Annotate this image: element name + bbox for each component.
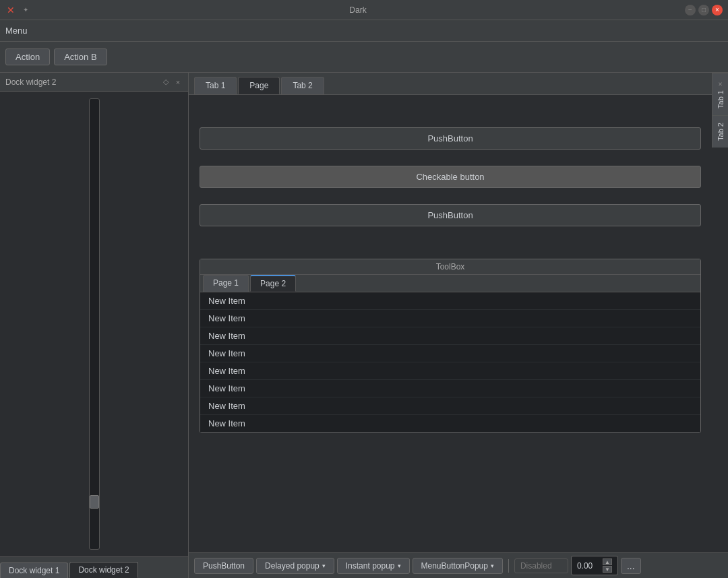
dock-header: Dock widget 2 ◇ × bbox=[0, 73, 188, 92]
spin-down-button[interactable]: ▼ bbox=[603, 566, 612, 573]
delayed-popup-label: Delayed popup bbox=[265, 561, 320, 571]
left-dock: Dock widget 2 ◇ × Dock widget 1 Dock wid… bbox=[0, 73, 189, 578]
bottom-dock-tabs: Dock widget 1 Dock widget 2 bbox=[0, 556, 188, 578]
action-button-1[interactable]: Action bbox=[5, 49, 50, 65]
list-item[interactable]: New Item bbox=[200, 415, 700, 432]
dock-title: Dock widget 2 bbox=[5, 77, 56, 87]
action-toolbar: Action Action B bbox=[0, 42, 728, 73]
list-item[interactable]: New Item bbox=[200, 310, 700, 327]
menu-button-popup[interactable]: MenuButtonPopup ▾ bbox=[413, 558, 503, 574]
toolbox-tab-page2[interactable]: Page 2 bbox=[250, 275, 296, 292]
app-icon: ✕ bbox=[5, 5, 16, 15]
spin-up-button[interactable]: ▲ bbox=[603, 558, 612, 565]
dock-close-icon[interactable]: × bbox=[173, 77, 183, 87]
tab-2[interactable]: Tab 2 bbox=[281, 77, 324, 94]
menu-label: Menu bbox=[5, 26, 28, 36]
list-item[interactable]: New Item bbox=[200, 362, 700, 380]
maximize-button[interactable]: □ bbox=[698, 5, 709, 15]
number-value[interactable]: 0.00 bbox=[577, 561, 603, 571]
spin-controls: ▲ ▼ bbox=[603, 558, 612, 573]
side-tab-1-label: Tab 1 bbox=[717, 90, 725, 108]
toolbar-separator bbox=[508, 559, 509, 573]
tab-bar: Tab 1 Page Tab 2 bbox=[189, 73, 728, 95]
tab-page[interactable]: Page bbox=[238, 77, 280, 94]
list-item[interactable]: New Item bbox=[200, 345, 700, 362]
slider-track[interactable] bbox=[89, 98, 100, 550]
menu-button-popup-label: MenuButtonPopup bbox=[421, 561, 488, 571]
title-bar: ✕ ✦ Dark − □ × bbox=[0, 0, 728, 20]
window-title: Dark bbox=[349, 5, 366, 15]
push-button-toolbar[interactable]: PushButton bbox=[194, 558, 253, 574]
tab-1[interactable]: Tab 1 bbox=[194, 77, 237, 94]
checkable-button[interactable]: Checkable button bbox=[200, 166, 701, 188]
dock-tab-1[interactable]: Dock widget 1 bbox=[0, 563, 68, 578]
toolbox-tab-page1[interactable]: Page 1 bbox=[203, 275, 249, 292]
side-tab-2-label: Tab 2 bbox=[717, 123, 725, 141]
main-layout: Dock widget 2 ◇ × Dock widget 1 Dock wid… bbox=[0, 73, 728, 578]
app-icon-2: ✦ bbox=[20, 5, 31, 15]
dock-pin-icon[interactable]: ◇ bbox=[161, 77, 171, 87]
more-button[interactable]: ... bbox=[621, 558, 641, 574]
right-panel: Tab 1 × Tab 2 Tab 1 Page Tab 2 PushButto… bbox=[189, 73, 728, 578]
toolbox-content: New Item New Item New Item New Item New … bbox=[200, 292, 700, 432]
instant-popup-arrow: ▾ bbox=[398, 563, 401, 569]
menu-bar: Menu bbox=[0, 20, 728, 42]
list-item[interactable]: New Item bbox=[200, 292, 700, 310]
side-tab-1[interactable]: Tab 1 × bbox=[712, 73, 728, 115]
bottom-toolbar: PushButton Delayed popup ▾ Instant popup… bbox=[189, 552, 728, 578]
content-area: PushButton Checkable button PushButton T… bbox=[189, 95, 712, 552]
list-item[interactable]: New Item bbox=[200, 397, 700, 415]
number-input: 0.00 ▲ ▼ bbox=[571, 556, 618, 575]
slider-area bbox=[0, 92, 188, 556]
close-button[interactable]: × bbox=[712, 5, 723, 15]
toolbox: ToolBox Page 1 Page 2 New Item New Item … bbox=[200, 259, 701, 433]
push-button-1[interactable]: PushButton bbox=[200, 127, 701, 150]
toolbox-label: ToolBox bbox=[200, 259, 700, 275]
instant-popup-button[interactable]: Instant popup ▾ bbox=[337, 558, 410, 574]
toolbox-tabs: Page 1 Page 2 bbox=[200, 275, 700, 292]
action-button-2[interactable]: Action B bbox=[54, 49, 107, 65]
instant-popup-label: Instant popup bbox=[346, 561, 395, 571]
delayed-popup-arrow: ▾ bbox=[322, 563, 326, 569]
slider-thumb[interactable] bbox=[90, 495, 99, 509]
menu-button-popup-arrow: ▾ bbox=[491, 563, 494, 569]
dock-controls: ◇ × bbox=[161, 77, 183, 87]
minimize-button[interactable]: − bbox=[685, 5, 696, 15]
dock-tab-2[interactable]: Dock widget 2 bbox=[69, 562, 138, 578]
push-button-2[interactable]: PushButton bbox=[200, 204, 701, 226]
delayed-popup-button[interactable]: Delayed popup ▾ bbox=[256, 558, 334, 574]
side-tabs: Tab 1 × Tab 2 bbox=[712, 73, 728, 148]
list-item[interactable]: New Item bbox=[200, 327, 700, 345]
side-tab-2[interactable]: Tab 2 bbox=[712, 115, 728, 148]
list-item[interactable]: New Item bbox=[200, 380, 700, 397]
side-tab-1-close[interactable]: × bbox=[717, 80, 724, 88]
disabled-input: Disabled bbox=[514, 558, 568, 573]
